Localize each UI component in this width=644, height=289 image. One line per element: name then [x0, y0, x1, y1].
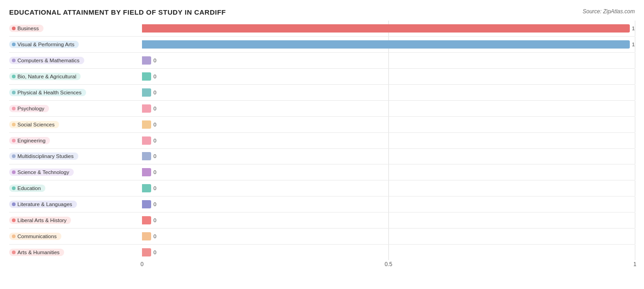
dot-business — [12, 27, 16, 30]
bar-row-education: Education0 — [9, 180, 635, 196]
label-text-literature: Literature & Languages — [17, 202, 72, 207]
bar-section-computers: 0 — [142, 53, 635, 68]
bar-fill-communications — [142, 232, 151, 240]
label-area-business: Business — [9, 25, 142, 32]
bar-value-engineering: 0 — [153, 138, 156, 143]
bar-track-engineering: 0 — [142, 136, 635, 145]
bar-section-education: 0 — [142, 180, 635, 196]
x-axis: 00.51 — [142, 261, 635, 270]
bar-value-communications: 0 — [153, 234, 156, 239]
bar-fill-liberal — [142, 216, 151, 224]
bar-track-social: 0 — [142, 120, 635, 129]
grid-line — [635, 213, 635, 228]
bar-fill-social — [142, 120, 151, 129]
dot-communications — [12, 234, 16, 238]
grid-line — [635, 21, 635, 36]
label-text-visual-arts: Visual & Performing Arts — [17, 42, 74, 47]
chart-title: EDUCATIONAL ATTAINMENT BY FIELD OF STUDY… — [9, 8, 226, 16]
label-text-education: Education — [17, 185, 41, 191]
bar-row-multi: Multidisciplinary Studies0 — [9, 149, 635, 165]
bar-row-psychology: Psychology0 — [9, 101, 635, 117]
label-pill-multi: Multidisciplinary Studies — [9, 153, 78, 160]
bar-track-multi: 0 — [142, 152, 635, 160]
chart-container: EDUCATIONAL ATTAINMENT BY FIELD OF STUDY… — [0, 0, 644, 289]
bar-value-business: 1 — [632, 26, 635, 31]
dot-bio — [12, 75, 16, 78]
x-label-0: 0 — [141, 261, 144, 267]
bar-track-arts: 0 — [142, 248, 635, 256]
label-text-communications: Communications — [17, 234, 57, 239]
bar-section-communications: 0 — [142, 229, 635, 244]
bar-row-social: Social Sciences0 — [9, 117, 635, 133]
label-area-computers: Computers & Mathematics — [9, 57, 142, 64]
label-area-social: Social Sciences — [9, 121, 142, 128]
bar-section-science: 0 — [142, 164, 635, 180]
label-text-liberal: Liberal Arts & History — [17, 218, 66, 223]
dot-education — [12, 186, 16, 190]
label-text-computers: Computers & Mathematics — [17, 58, 80, 63]
label-pill-liberal: Liberal Arts & History — [9, 217, 71, 224]
bar-fill-computers — [142, 56, 151, 65]
grid-line — [635, 180, 635, 196]
bar-fill-literature — [142, 200, 151, 208]
label-pill-physical: Physical & Health Sciences — [9, 89, 86, 96]
bar-section-engineering: 0 — [142, 133, 635, 148]
label-area-science: Science & Technology — [9, 169, 142, 176]
label-pill-bio: Bio, Nature & Agricultural — [9, 73, 81, 80]
bar-row-literature: Literature & Languages0 — [9, 196, 635, 213]
label-area-psychology: Psychology — [9, 105, 142, 112]
label-area-multi: Multidisciplinary Studies — [9, 153, 142, 160]
label-pill-education: Education — [9, 185, 45, 192]
label-area-physical: Physical & Health Sciences — [9, 89, 142, 96]
bar-track-communications: 0 — [142, 232, 635, 240]
bar-section-bio: 0 — [142, 69, 635, 84]
label-area-literature: Literature & Languages — [9, 201, 142, 208]
label-pill-communications: Communications — [9, 233, 61, 240]
label-area-liberal: Liberal Arts & History — [9, 217, 142, 224]
bar-value-arts: 0 — [153, 250, 156, 255]
grid-line — [635, 164, 635, 180]
bar-fill-psychology — [142, 104, 151, 113]
bar-value-psychology: 0 — [153, 106, 156, 111]
dot-psychology — [12, 107, 16, 110]
grid-line — [635, 149, 635, 164]
label-pill-arts: Arts & Humanities — [9, 249, 64, 256]
label-pill-literature: Literature & Languages — [9, 201, 77, 208]
bar-value-liberal: 0 — [153, 218, 156, 223]
bar-track-computers: 0 — [142, 56, 635, 65]
label-text-engineering: Engineering — [17, 138, 45, 143]
grid-line — [635, 117, 635, 132]
grid-line — [635, 101, 635, 116]
bar-value-visual-arts: 1 — [632, 42, 635, 47]
label-pill-business: Business — [9, 25, 44, 32]
bar-fill-arts — [142, 248, 151, 256]
bar-row-computers: Computers & Mathematics0 — [9, 53, 635, 69]
label-text-physical: Physical & Health Sciences — [17, 90, 82, 95]
bar-track-business: 1 — [142, 24, 635, 33]
bar-value-multi: 0 — [153, 153, 156, 159]
bar-track-liberal: 0 — [142, 216, 635, 224]
label-text-bio: Bio, Nature & Agricultural — [17, 74, 76, 79]
bar-value-education: 0 — [153, 185, 156, 191]
label-pill-engineering: Engineering — [9, 137, 50, 144]
bar-track-science: 0 — [142, 168, 635, 176]
label-area-engineering: Engineering — [9, 137, 142, 144]
chart-area: Business1Visual & Performing Arts1Comput… — [9, 21, 635, 260]
bar-fill-education — [142, 184, 151, 192]
bar-section-arts: 0 — [142, 245, 635, 260]
grid-line — [635, 53, 635, 68]
bar-track-bio: 0 — [142, 72, 635, 81]
label-area-visual-arts: Visual & Performing Arts — [9, 41, 142, 48]
bar-row-visual-arts: Visual & Performing Arts1 — [9, 37, 635, 53]
bar-section-social: 0 — [142, 117, 635, 132]
label-pill-computers: Computers & Mathematics — [9, 57, 84, 64]
label-text-business: Business — [17, 26, 39, 31]
dot-visual-arts — [12, 43, 16, 46]
dot-engineering — [12, 139, 16, 142]
bar-value-literature: 0 — [153, 202, 156, 207]
grid-line — [635, 229, 635, 244]
bar-value-bio: 0 — [153, 74, 156, 79]
bar-value-social: 0 — [153, 122, 156, 127]
label-area-communications: Communications — [9, 233, 142, 240]
bar-fill-multi — [142, 152, 151, 160]
